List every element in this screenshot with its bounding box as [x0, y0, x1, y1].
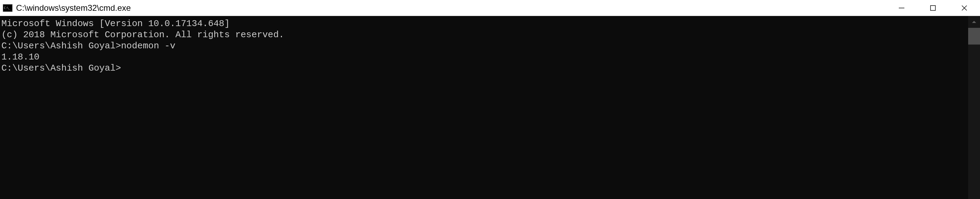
cmd-icon: C:\_ — [3, 4, 13, 12]
window-titlebar: C:\_ C:\windows\system32\cmd.exe — [0, 0, 980, 16]
terminal-prompt-line: C:\Users\Ashish Goyal> — [2, 63, 968, 74]
minimize-button[interactable] — [886, 0, 917, 16]
terminal-line: Microsoft Windows [Version 10.0.17134.64… — [2, 18, 968, 29]
scroll-up-button[interactable] — [968, 16, 980, 28]
cmd-icon-glyph: C:\_ — [4, 6, 10, 9]
vertical-scrollbar[interactable] — [968, 16, 980, 199]
window-title: C:\windows\system32\cmd.exe — [16, 3, 886, 13]
chevron-up-icon — [972, 20, 977, 24]
minimize-icon — [898, 5, 905, 11]
terminal-command: nodemon -v — [121, 41, 175, 51]
svg-rect-1 — [931, 6, 935, 10]
maximize-button[interactable] — [917, 0, 949, 16]
close-icon — [961, 5, 968, 11]
window-controls — [886, 0, 980, 16]
terminal-area: Microsoft Windows [Version 10.0.17134.64… — [0, 16, 980, 199]
terminal-prompt-line: C:\Users\Ashish Goyal>nodemon -v — [2, 40, 968, 52]
terminal-line: (c) 2018 Microsoft Corporation. All righ… — [2, 29, 968, 40]
scroll-thumb[interactable] — [968, 28, 980, 44]
terminal-output: 1.18.10 — [2, 52, 968, 63]
terminal-content[interactable]: Microsoft Windows [Version 10.0.17134.64… — [0, 16, 968, 199]
terminal-prompt: C:\Users\Ashish Goyal> — [2, 63, 121, 73]
maximize-icon — [930, 5, 936, 11]
close-button[interactable] — [949, 0, 980, 16]
terminal-prompt: C:\Users\Ashish Goyal> — [2, 41, 121, 51]
